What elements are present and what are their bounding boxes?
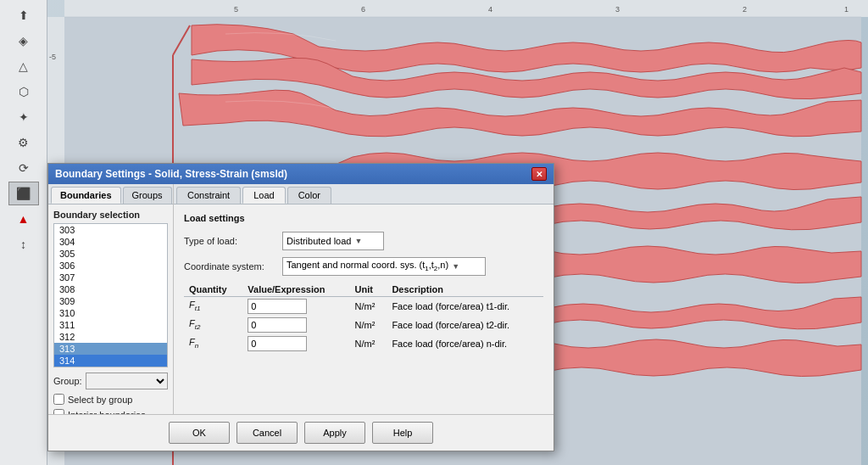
right-tab-row: Constraint Load Color <box>174 184 554 204</box>
modal-overlay: Boundary Settings - Solid, Stress-Strain… <box>0 0 868 465</box>
dialog-titlebar: Boundary Settings - Solid, Stress-Strain… <box>48 164 554 184</box>
table-row-fn: Fn N/m² Face load (force/area) n-dir. <box>184 334 543 353</box>
table-row-ft2: Ft2 N/m² Face load (force/area) t2-dir. <box>184 316 543 334</box>
list-item-303[interactable]: 303 <box>54 224 167 236</box>
cancel-button[interactable]: Cancel <box>236 422 298 444</box>
col-quantity: Quantity <box>184 283 242 297</box>
boundary-section-label: Boundary selection <box>53 210 168 220</box>
col-value: Value/Expression <box>242 283 349 297</box>
group-label: Group: <box>53 376 82 386</box>
coordinate-system-label: Coordinate system: <box>184 261 277 272</box>
list-item-311[interactable]: 311 <box>54 319 167 331</box>
dialog-title: Boundary Settings - Solid, Stress-Strain… <box>55 168 287 180</box>
tab-boundaries[interactable]: Boundaries <box>51 187 121 204</box>
list-item-314[interactable]: 314 <box>54 355 167 367</box>
value-cell-fn[interactable] <box>242 334 349 353</box>
boundary-section: Boundary selection 303 304 305 306 307 3… <box>48 204 173 414</box>
list-item-305[interactable]: 305 <box>54 248 167 260</box>
boundary-settings-dialog: Boundary Settings - Solid, Stress-Strain… <box>47 163 554 451</box>
select-by-group-row: Select by group <box>53 394 168 405</box>
group-select[interactable] <box>86 373 168 389</box>
list-item-306[interactable]: 306 <box>54 260 167 272</box>
coordinate-system-row: Coordinate system: Tangent and normal co… <box>184 257 543 276</box>
coordinate-system-arrow: ▼ <box>452 262 459 271</box>
left-panel: Boundaries Groups Boundary selection 303… <box>48 184 174 414</box>
type-of-load-value: Distributed load <box>287 236 351 246</box>
value-input-ft1[interactable] <box>248 299 307 314</box>
dialog-footer: OK Cancel Apply Help <box>48 414 554 451</box>
type-of-load-row: Type of load: Distributed load ▼ <box>184 232 543 250</box>
select-by-group-checkbox[interactable] <box>53 394 64 405</box>
table-row-ft1: Ft1 N/m² Face load (force/area) t1-dir. <box>184 297 543 317</box>
col-description: Description <box>387 283 543 297</box>
tab-groups[interactable]: Groups <box>123 187 172 204</box>
list-item-307[interactable]: 307 <box>54 272 167 283</box>
unit-ft2: N/m² <box>350 316 387 334</box>
value-input-fn[interactable] <box>248 336 307 351</box>
value-input-ft2[interactable] <box>248 317 307 333</box>
quantity-fn: Fn <box>184 334 242 353</box>
unit-fn: N/m² <box>350 334 387 353</box>
list-item-313[interactable]: 313 <box>54 343 167 355</box>
right-panel: Constraint Load Color Load settings Type… <box>174 184 554 414</box>
type-of-load-dropdown[interactable]: Distributed load ▼ <box>282 232 384 250</box>
value-cell-ft2[interactable] <box>242 316 349 334</box>
list-item-308[interactable]: 308 <box>54 283 167 295</box>
list-item-312[interactable]: 312 <box>54 331 167 343</box>
list-item-310[interactable]: 310 <box>54 307 167 319</box>
select-by-group-label: Select by group <box>68 395 132 405</box>
apply-button[interactable]: Apply <box>304 422 365 444</box>
load-table: Quantity Value/Expression Unit Descripti… <box>184 283 543 353</box>
right-content: Load settings Type of load: Distributed … <box>174 204 554 414</box>
type-of-load-label: Type of load: <box>184 236 277 246</box>
description-ft1: Face load (force/area) t1-dir. <box>387 297 543 317</box>
tab-color[interactable]: Color <box>287 187 331 204</box>
col-unit: Unit <box>350 283 387 297</box>
tab-load[interactable]: Load <box>242 187 285 204</box>
list-item-309[interactable]: 309 <box>54 295 167 307</box>
group-row: Group: <box>53 373 168 389</box>
list-item-304[interactable]: 304 <box>54 236 167 248</box>
dialog-close-button[interactable]: ✕ <box>531 167 547 181</box>
tab-constraint[interactable]: Constraint <box>176 187 241 204</box>
load-settings-title: Load settings <box>184 213 543 223</box>
coordinate-system-value: Tangent and normal coord. sys. (t1,t2,n) <box>287 260 448 272</box>
description-fn: Face load (force/area) n-dir. <box>387 334 543 353</box>
quantity-ft2: Ft2 <box>184 316 242 334</box>
ok-button[interactable]: OK <box>169 422 230 444</box>
unit-ft1: N/m² <box>350 297 387 317</box>
boundary-list[interactable]: 303 304 305 306 307 308 309 310 311 312 … <box>53 223 168 367</box>
type-of-load-arrow: ▼ <box>354 237 362 245</box>
help-button[interactable]: Help <box>372 422 433 444</box>
description-ft2: Face load (force/area) t2-dir. <box>387 316 543 334</box>
left-tab-row: Boundaries Groups <box>48 184 173 204</box>
dialog-body: Boundaries Groups Boundary selection 303… <box>48 184 554 414</box>
coordinate-system-dropdown[interactable]: Tangent and normal coord. sys. (t1,t2,n)… <box>282 257 486 276</box>
quantity-ft1: Ft1 <box>184 297 242 317</box>
value-cell-ft1[interactable] <box>242 297 349 317</box>
